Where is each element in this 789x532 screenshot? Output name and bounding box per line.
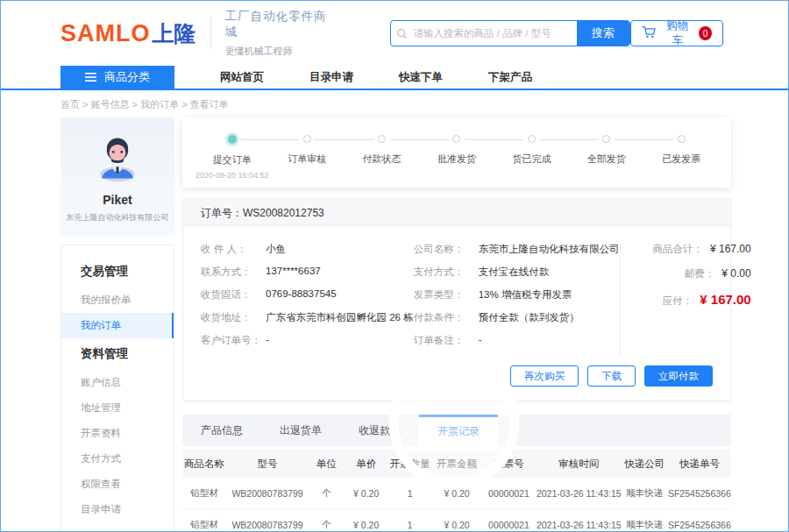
hamburger-icon — [85, 71, 96, 84]
order-totals: 商品合计：¥ 167.00 邮费：¥ 0.00 应付：¥ 167.00 — [620, 243, 769, 357]
cell-model: WB20080783799 — [226, 488, 309, 499]
sidebar-item-my-quotes[interactable]: 我的报价单 — [61, 287, 174, 313]
shipping-label: 邮费： — [685, 267, 715, 280]
tab-shipment-returns[interactable]: 出退货单 — [261, 415, 340, 446]
nav-link-offline-products[interactable]: 下架产品 — [488, 66, 532, 89]
order-fields-left: 收 件 人：小鱼 联系方式：137****6637 收货固话：0769-8883… — [201, 243, 414, 357]
step-dot — [528, 135, 536, 143]
sidebar-item-account-info[interactable]: 账户信息 — [61, 370, 174, 395]
logo-suffix-text: 上隆 — [153, 19, 196, 48]
step-payment-status: 付款状态 — [345, 135, 419, 180]
cell-unit-price: ¥ 0.20 — [345, 488, 388, 499]
cart-count-badge: 0 — [699, 26, 712, 40]
invoice-type-value: 13% 增值税专用发票 — [479, 288, 572, 301]
nav-link-catalog-apply[interactable]: 目录申请 — [309, 66, 353, 89]
detail-tabs: 产品信息 出退货单 收退款单 开票记录 — [182, 415, 731, 446]
shipping-value: ¥ 0.00 — [721, 267, 750, 280]
avatar — [91, 131, 144, 187]
breadcrumb: 首页 > 账号信息 > 我的订单 > 查看订单 — [1, 90, 788, 117]
cell-unit: 个 — [309, 519, 345, 531]
cell-unit-price: ¥ 0.20 — [345, 520, 388, 530]
field-label: 联系方式： — [201, 266, 266, 279]
payment-terms-value: 预付全款（款到发货） — [479, 311, 579, 324]
cell-model: WB20080783799 — [226, 520, 309, 530]
step-order-review: 订单审核 — [269, 135, 344, 180]
step-invoice-issued: 已发发票 — [644, 135, 719, 180]
cell-product-name: 铝型材 — [182, 519, 226, 531]
step-submit-order: 提交订单 2020-08-20 16:04:52 — [195, 135, 269, 180]
sidebar-item-my-orders[interactable]: 我的订单 — [61, 313, 174, 338]
order-number-value: WS20082012753 — [243, 207, 324, 219]
sidebar-item-invoice-info[interactable]: 开票资料 — [61, 421, 174, 446]
cart-label: 购物车 — [663, 18, 693, 48]
order-detail-card: 订单号： WS20082012753 收 件 人：小鱼 联系方式：137****… — [182, 198, 731, 401]
field-label: 订单备注： — [414, 334, 479, 347]
step-all-shipped: 全部发货 — [569, 135, 643, 180]
header: SAMLO 上隆 工厂自动化零件商城 更懂机械工程师 搜索 购物车 0 — [1, 1, 788, 66]
nav-link-home[interactable]: 网站首页 — [220, 66, 264, 89]
step-dot — [602, 135, 610, 143]
tab-payments-refunds[interactable]: 收退款单 — [340, 415, 419, 446]
field-label: 收货固话： — [201, 288, 266, 301]
profile-name: Piket — [103, 193, 132, 207]
nav-link-quick-order[interactable]: 快速下单 — [399, 66, 443, 89]
step-dot — [303, 135, 311, 143]
cell-invoice-amount: ¥ 0.20 — [432, 488, 481, 499]
cell-invoice-no: 00000021 — [481, 520, 537, 530]
cart-icon — [642, 25, 657, 41]
order-body: 收 件 人：小鱼 联系方式：137****6637 收货固话：0769-8883… — [183, 227, 730, 358]
payable-value: ¥ 167.00 — [700, 292, 750, 307]
payable-label: 应付： — [663, 294, 693, 308]
cell-unit: 个 — [309, 487, 345, 500]
logo-divider — [210, 18, 211, 49]
cell-tracking-no: SF254525636652 — [668, 488, 731, 499]
step-date: 2020-08-20 16:04:52 — [195, 171, 269, 180]
phone-value: 0769-88837545 — [266, 288, 337, 301]
sidebar-item-catalog-apply[interactable]: 目录申请 — [61, 497, 174, 522]
profile-company: 东莞上隆自动化科技有限公司 — [67, 212, 169, 223]
order-remark-value: - — [479, 334, 482, 347]
order-progress-steps: 提交订单 2020-08-20 16:04:52 订单审核 付款状态 批准发货 — [182, 135, 731, 180]
step-goods-ready: 货已完成 — [494, 135, 569, 180]
order-progress-card: 提交订单 2020-08-20 16:04:52 订单审核 付款状态 批准发货 — [182, 117, 731, 188]
order-number-label: 订单号： — [201, 206, 243, 221]
brand-logo[interactable]: SAMLO 上隆 — [60, 19, 196, 48]
table-row[interactable]: 铝型材 WB20080783799 个 ¥ 0.20 1 ¥ 0.20 0000… — [182, 478, 731, 509]
search-button[interactable]: 搜索 — [577, 20, 629, 46]
col-invoice-amount: 开票金额 — [432, 458, 481, 471]
download-button[interactable]: 下载 — [587, 365, 636, 387]
cart-button[interactable]: 购物车 0 — [630, 20, 723, 46]
field-label: 公司名称： — [414, 243, 479, 256]
field-label: 收 件 人： — [201, 243, 266, 256]
taglines: 工厂自动化零件商城 更懂机械工程师 — [224, 9, 333, 58]
main-panel: 提交订单 2020-08-20 16:04:52 订单审核 付款状态 批准发货 — [182, 117, 731, 532]
tab-product-info[interactable]: 产品信息 — [182, 415, 261, 446]
invoice-table-header: 商品名称 型号 单位 单价 开票数量 开票金额 发票号 审核时间 快递公司 快递… — [182, 450, 731, 478]
category-menu-button[interactable]: 商品分类 — [60, 66, 174, 89]
sidebar-item-permissions[interactable]: 权限查看 — [61, 472, 174, 497]
col-invoice-qty: 开票数量 — [388, 458, 432, 471]
rebuy-button[interactable]: 再次购买 — [510, 365, 579, 387]
cell-invoice-qty: 1 — [388, 488, 432, 499]
col-product-name: 商品名称 — [182, 458, 226, 471]
sidebar-heading-profile[interactable]: 资料管理 — [61, 338, 174, 370]
cell-product-name: 铝型材 — [182, 487, 226, 500]
sidebar-menu: 交易管理 我的报价单 我的订单 资料管理 账户信息 地址管理 开票资料 支付方式… — [60, 245, 174, 532]
sidebar-item-address[interactable]: 地址管理 — [61, 395, 174, 421]
pay-now-button[interactable]: 立即付款 — [644, 365, 713, 387]
col-invoice-no: 发票号 — [481, 458, 537, 471]
profile-card: Piket 东莞上隆自动化科技有限公司 — [60, 117, 174, 236]
sidebar-heading-trade[interactable]: 交易管理 — [61, 256, 174, 287]
sidebar-item-payment[interactable]: 支付方式 — [61, 446, 174, 472]
table-row[interactable]: 铝型材 WB20080783799 个 ¥ 0.20 1 ¥ 0.20 0000… — [182, 509, 731, 532]
cell-review-time: 2021-03-26 11:43:15 — [537, 520, 622, 530]
order-actions: 再次购买 下载 立即付款 — [183, 358, 730, 401]
col-review-time: 审核时间 — [537, 458, 622, 471]
field-label: 客户订单号： — [201, 334, 266, 347]
sidebar-heading-favorites[interactable]: 我的收藏 — [61, 522, 174, 532]
tagline-sub: 更懂机械工程师 — [224, 45, 333, 58]
search-icon — [391, 28, 414, 39]
field-label: 付款条件： — [414, 311, 479, 324]
search-input[interactable] — [414, 21, 577, 46]
tab-invoice-records[interactable]: 开票记录 — [419, 415, 498, 446]
